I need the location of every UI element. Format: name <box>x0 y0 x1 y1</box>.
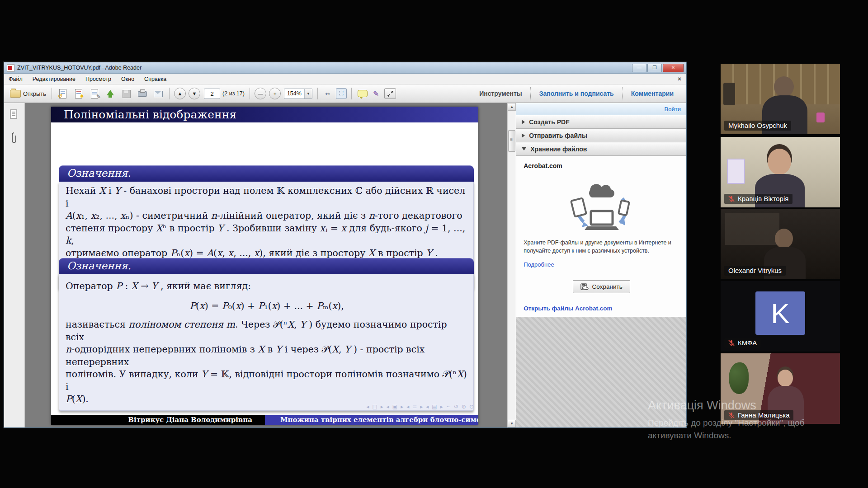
document-view[interactable]: Поліноміальні відображення Означення. Не… <box>25 103 507 427</box>
more-details-link[interactable]: Подробнее <box>524 261 554 268</box>
nav-symbol[interactable]: ↺ <box>454 404 458 410</box>
chevron-down-icon[interactable]: ▼ <box>304 89 312 99</box>
participant-name: Кравців Вікторія <box>738 195 788 202</box>
signin-bar: Войти <box>516 103 686 115</box>
menu-help[interactable]: Справка <box>144 76 166 82</box>
nav-symbol[interactable]: ≡ <box>412 404 417 410</box>
participant-name: Mykhailo Osypchuk <box>728 122 787 129</box>
chevron-right-icon <box>522 120 525 124</box>
windows-activation-watermark-title: Активація Windows <box>648 399 756 413</box>
participant-video[interactable]: Ганна Малицька <box>721 353 840 424</box>
open-acrobat-files-link[interactable]: Открыть файлы Acrobat.com <box>524 305 612 312</box>
section-create-pdf[interactable]: Создать PDF <box>516 115 686 129</box>
scroll-down-arrow[interactable]: ▼ <box>508 420 516 427</box>
section-send-files[interactable]: Отправить файлы <box>516 129 686 142</box>
nav-symbol[interactable]: ▸ <box>420 404 423 410</box>
toolbar-separator <box>317 88 318 99</box>
create-pdf-online-icon[interactable]: ✸ <box>74 89 84 99</box>
participant-name: Olexandr Vitrykus <box>728 267 782 274</box>
slide-author: Вітрикус Діана Володимирівна <box>51 415 265 425</box>
definition-1-line: степеня простору Xⁿ в простір Y . Зробив… <box>66 222 468 247</box>
toolbar-separator <box>351 88 352 99</box>
fullscreen-mode-icon[interactable] <box>384 88 396 99</box>
nav-symbol[interactable]: ▸ <box>440 404 443 410</box>
previous-page-button[interactable]: ▲ <box>174 88 186 99</box>
adobe-reader-window: ZVIT_VITRYKUS_HOTOVUY.pdf - Adobe Reader… <box>4 62 687 428</box>
mic-muted-icon <box>728 196 735 202</box>
polynomial-formula: P(x) = P₀(x) + P₁(x) + ... + Pₘ(x), <box>66 300 468 313</box>
menu-view[interactable]: Просмотр <box>85 76 111 82</box>
pdf-slide-page: Поліноміальні відображення Означення. Не… <box>51 107 478 425</box>
menu-edit[interactable]: Редактирование <box>33 76 75 82</box>
mic-muted-icon <box>728 340 735 346</box>
pdf-file-icon <box>7 64 14 72</box>
page-thumbnails-icon[interactable] <box>9 109 19 120</box>
nav-symbol[interactable]: □ <box>372 404 377 410</box>
beamer-navigation-icons[interactable]: ◂□▸◂▣▸◂≡▸◂▤▸∼↺⊕⊖ <box>366 404 474 410</box>
upload-share-icon[interactable] <box>105 89 116 99</box>
open-folder-icon <box>10 90 21 98</box>
next-page-button[interactable]: ▼ <box>189 88 200 99</box>
comment-balloon-icon[interactable] <box>358 90 368 97</box>
slide-footer: Вітрикус Діана Володимирівна Множина тві… <box>51 415 478 425</box>
definition-1-line: Нехай X і Y - банахові простори над поле… <box>66 185 468 210</box>
save-to-acrobat-button[interactable]: Сохранить <box>573 280 630 293</box>
zoom-in-button[interactable]: ＋ <box>269 88 281 99</box>
nav-symbol[interactable]: ◂ <box>387 404 389 410</box>
participant-video[interactable]: Mykhailo Osypchuk <box>721 64 840 134</box>
participant-video-active[interactable]: Olexandr Vitrykus <box>721 209 840 279</box>
sign-document-icon[interactable]: ✎ <box>90 89 100 99</box>
nav-symbol[interactable]: ▸ <box>401 404 403 410</box>
nav-symbol[interactable]: ◂ <box>426 404 429 410</box>
nav-symbol[interactable]: ▸ <box>381 404 383 410</box>
comments-panel-button[interactable]: Комментарии <box>623 90 682 97</box>
slide-title: Поліноміальні відображення <box>51 107 478 122</box>
participant-video[interactable]: Кравців Вікторія <box>721 137 840 207</box>
nav-symbol[interactable]: ◂ <box>406 404 409 410</box>
document-scrollbar[interactable]: ▲ ▼ <box>507 103 516 427</box>
fit-page-icon[interactable]: ⛶ <box>336 88 347 99</box>
participant-video[interactable]: K КМФА <box>721 281 840 352</box>
nav-symbol[interactable]: ▣ <box>392 404 397 410</box>
close-button[interactable]: ✕ <box>663 64 684 72</box>
nav-symbol[interactable]: ◂ <box>366 404 369 410</box>
minimize-button[interactable]: — <box>632 64 646 72</box>
menu-window[interactable]: Окно <box>121 76 134 82</box>
convert-to-pdf-icon[interactable]: ↺ <box>58 89 68 99</box>
participant-name: КМФА <box>738 339 757 347</box>
window-title: ZVIT_VITRYKUS_HOTOVUY.pdf - Adobe Reader <box>17 65 142 71</box>
zoom-level-select[interactable]: 154% ▼ <box>284 89 312 99</box>
definition-2-line: n-однорідних неперервних поліномів з X в… <box>66 343 468 368</box>
page-number-input[interactable]: 2 <box>204 89 220 99</box>
save-file-icon[interactable] <box>121 89 132 99</box>
chevron-right-icon <box>522 133 525 138</box>
tools-panel-button[interactable]: Инструменты <box>471 90 530 97</box>
scroll-up-arrow[interactable]: ▲ <box>508 103 516 111</box>
nav-symbol[interactable]: ⊖ <box>469 404 474 410</box>
zoom-out-button[interactable]: — <box>255 88 266 99</box>
save-cloud-icon <box>580 283 589 290</box>
plant <box>729 362 749 394</box>
section-file-storage[interactable]: Хранение файлов <box>516 142 686 156</box>
nav-symbol[interactable]: ∼ <box>446 404 451 410</box>
print-icon[interactable] <box>137 89 147 99</box>
restore-button[interactable]: ❐ <box>647 64 662 72</box>
fit-width-icon[interactable]: ⇿ <box>322 88 333 99</box>
signin-link[interactable]: Войти <box>665 106 681 113</box>
highlight-pen-icon[interactable]: ✎ <box>373 89 379 98</box>
attachments-paperclip-icon[interactable] <box>10 132 18 145</box>
nav-symbol[interactable]: ▤ <box>432 404 437 410</box>
toolbar: Открыть ↺ ✸ ✎ ▲ ▼ 2 (2 из 17) — ＋ 154% ▼… <box>4 84 686 103</box>
fill-sign-panel-button[interactable]: Заполнить и подписать <box>531 90 622 97</box>
menu-file[interactable]: Файл <box>9 76 23 82</box>
window-titlebar[interactable]: ZVIT_VITRYKUS_HOTOVUY.pdf - Adobe Reader… <box>4 62 686 74</box>
document-close-icon[interactable]: ✕ <box>677 76 682 82</box>
slide-footer-title: Множина твірних елементів алгебри блочно… <box>265 415 478 425</box>
scrollbar-thumb[interactable] <box>508 130 515 152</box>
definition-2-heading: Означення. <box>59 258 474 274</box>
page-count-label: (2 из 17) <box>222 90 245 97</box>
nav-symbol[interactable]: ⊕ <box>462 404 466 410</box>
windows-activation-watermark-text: Перейдіть до розділу "Настройки", щоб ак… <box>648 417 805 442</box>
email-icon[interactable] <box>153 89 163 99</box>
open-button[interactable]: Открыть <box>8 89 48 99</box>
